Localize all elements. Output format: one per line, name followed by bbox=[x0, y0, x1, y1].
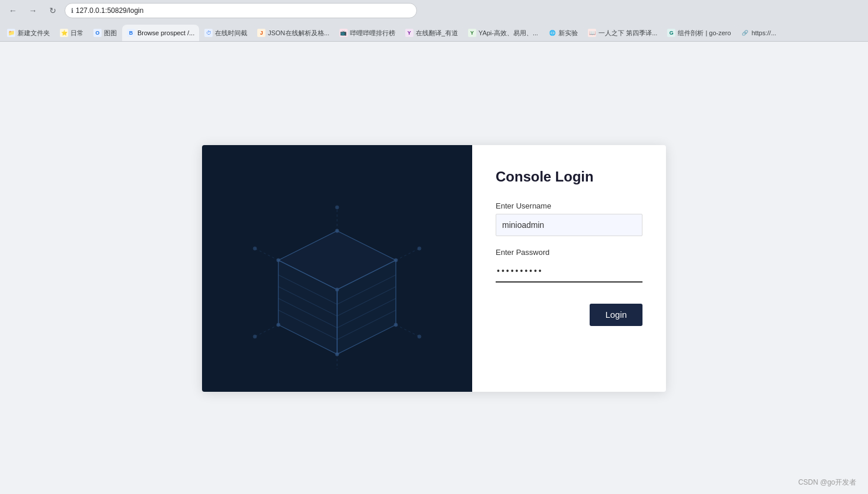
address-bar[interactable]: ℹ 127.0.0.1:50829/login bbox=[65, 3, 417, 18]
tab-label-https: https://... bbox=[752, 29, 776, 36]
svg-point-21 bbox=[394, 323, 398, 327]
right-panel: Console Login Enter Username Enter Passw… bbox=[472, 145, 666, 392]
login-card: Console Login Enter Username Enter Passw… bbox=[202, 145, 666, 392]
url-text: 127.0.0.1:50829/login bbox=[76, 6, 143, 15]
svg-point-17 bbox=[335, 229, 339, 233]
tab-time[interactable]: ⏱ 在线时间截 bbox=[200, 25, 252, 41]
cube-graphic bbox=[243, 196, 431, 374]
tab-favicon-https: 🔗 bbox=[741, 29, 749, 37]
tab-https[interactable]: 🔗 https://... bbox=[736, 25, 781, 41]
password-label: Enter Password bbox=[496, 248, 642, 257]
tab-label-novel: 一人之下 第四季译... bbox=[598, 29, 657, 38]
username-label: Enter Username bbox=[496, 201, 642, 210]
svg-line-11 bbox=[396, 248, 419, 260]
svg-point-18 bbox=[394, 258, 398, 262]
tab-favicon-novel: 📖 bbox=[588, 29, 596, 37]
login-title: Console Login bbox=[496, 169, 642, 185]
page-content: Console Login Enter Username Enter Passw… bbox=[0, 42, 868, 494]
tab-label-daily: 日常 bbox=[70, 29, 83, 38]
svg-point-19 bbox=[277, 258, 280, 262]
tab-favicon-new-file: 📁 bbox=[7, 29, 15, 37]
tab-novel[interactable]: 📖 一人之下 第四季译... bbox=[583, 25, 662, 41]
tab-favicon-yapi: Y bbox=[468, 29, 476, 37]
tab-label-go: 组件剖析 | go-zero bbox=[678, 29, 731, 38]
tab-favicon-exp: 🌐 bbox=[548, 29, 556, 37]
svg-point-24 bbox=[418, 247, 421, 250]
tab-favicon-bili: 📺 bbox=[339, 29, 348, 37]
svg-point-25 bbox=[253, 247, 257, 250]
tab-daily[interactable]: ⭐ 日常 bbox=[55, 25, 88, 41]
security-icon: ℹ bbox=[71, 7, 73, 15]
reload-button[interactable]: ↻ bbox=[45, 2, 61, 19]
svg-point-27 bbox=[418, 335, 421, 338]
tab-label-yapi: YApi-高效、易用、... bbox=[479, 29, 538, 38]
tab-favicon-image: O bbox=[93, 29, 102, 37]
login-button[interactable]: Login bbox=[590, 304, 642, 326]
tabs-bar: 📁 新建文件夹 ⭐ 日常 O 图图 B Browse prospect /...… bbox=[0, 21, 868, 41]
tab-image[interactable]: O 图图 bbox=[89, 25, 122, 41]
tab-trans[interactable]: Y 在线翻译_有道 bbox=[401, 25, 463, 41]
tab-favicon-go: G bbox=[667, 29, 675, 37]
tab-exp[interactable]: 🌐 新实验 bbox=[543, 25, 583, 41]
tab-label-exp: 新实验 bbox=[559, 29, 578, 38]
svg-point-20 bbox=[335, 352, 339, 356]
tab-label-browse: Browse prospect /... bbox=[137, 29, 194, 36]
password-input[interactable] bbox=[496, 260, 642, 283]
tab-label-new-file: 新建文件夹 bbox=[18, 29, 50, 38]
tab-json[interactable]: J JSON在线解析及格... bbox=[253, 25, 334, 41]
tab-label-time: 在线时间截 bbox=[215, 29, 247, 38]
browser-toolbar: ← → ↻ ℹ 127.0.0.1:50829/login bbox=[0, 0, 868, 21]
tab-go[interactable]: G 组件剖析 | go-zero bbox=[662, 25, 735, 41]
forward-button[interactable]: → bbox=[25, 2, 41, 19]
tab-yapi[interactable]: Y YApi-高效、易用、... bbox=[463, 25, 543, 41]
browser-chrome: ← → ↻ ℹ 127.0.0.1:50829/login 📁 新建文件夹 ⭐ … bbox=[0, 0, 868, 42]
svg-line-15 bbox=[255, 325, 278, 337]
tab-favicon-time: ⏱ bbox=[204, 29, 213, 37]
svg-line-12 bbox=[255, 248, 278, 260]
username-group: Enter Username bbox=[496, 201, 642, 236]
tab-new-file[interactable]: 📁 新建文件夹 bbox=[2, 25, 55, 41]
tab-favicon-json: J bbox=[257, 29, 265, 37]
tab-label-bili: 哔哩哔哩排行榜 bbox=[350, 29, 395, 38]
password-group: Enter Password bbox=[496, 248, 642, 283]
tab-favicon-trans: Y bbox=[405, 29, 413, 37]
svg-point-22 bbox=[277, 323, 280, 327]
svg-point-28 bbox=[253, 335, 257, 338]
tab-browse[interactable]: B Browse prospect /... bbox=[122, 25, 199, 41]
back-button[interactable]: ← bbox=[5, 2, 21, 19]
tab-bili[interactable]: 📺 哔哩哔哩排行榜 bbox=[335, 25, 400, 41]
tab-label-trans: 在线翻译_有道 bbox=[416, 29, 458, 38]
left-panel bbox=[202, 145, 472, 392]
tab-label-json: JSON在线解析及格... bbox=[268, 29, 329, 38]
footer-text: CSDN @go开发者 bbox=[798, 478, 856, 488]
svg-line-14 bbox=[396, 325, 419, 337]
svg-point-23 bbox=[335, 288, 339, 291]
svg-point-26 bbox=[335, 206, 339, 209]
username-input[interactable] bbox=[496, 214, 642, 236]
tab-favicon-daily: ⭐ bbox=[60, 29, 68, 37]
tab-label-image: 图图 bbox=[104, 29, 117, 38]
tab-favicon-browse: B bbox=[127, 29, 135, 37]
